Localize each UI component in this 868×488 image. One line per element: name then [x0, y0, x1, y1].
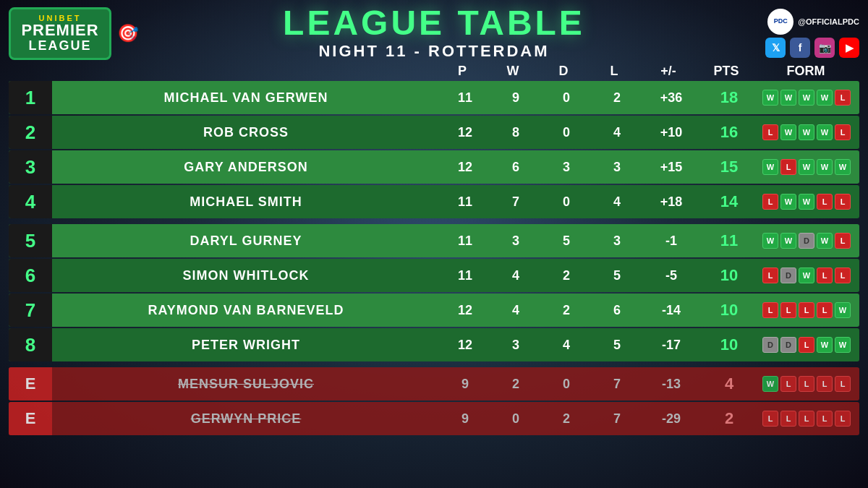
rank-cell: E [9, 367, 52, 401]
stat-diff: -1 [642, 234, 700, 249]
stat-diff: -13 [642, 377, 700, 392]
form-badge: L [817, 302, 833, 318]
stat-p: 12 [440, 303, 490, 318]
stat-w: 4 [490, 303, 541, 318]
stat-l: 3 [592, 160, 642, 175]
table-row: 3GARY ANDERSON12633+1515WLWWW [9, 150, 859, 184]
stat-p: 11 [440, 268, 490, 283]
table-row: 6SIMON WHITLOCK11425-510LDWLL [9, 259, 859, 292]
form-cell: LWWLL [758, 194, 859, 210]
stat-d: 0 [541, 194, 592, 210]
player-name: SIMON WHITLOCK [52, 268, 440, 283]
stat-l: 6 [592, 303, 642, 318]
form-badge: L [762, 124, 778, 140]
twitter-icon[interactable]: 𝕏 [765, 38, 786, 58]
rank-cell: 1 [9, 81, 52, 114]
form-badge: L [835, 233, 851, 249]
player-name: MICHAEL VAN GERWEN [52, 90, 440, 106]
player-name: MENSUR SULJOVIC [52, 377, 440, 392]
form-badge: W [835, 159, 851, 175]
form-badge: L [762, 267, 778, 283]
stat-w: 3 [490, 234, 541, 249]
stat-p: 9 [440, 411, 490, 427]
stat-p: 11 [440, 194, 490, 210]
rank-cell: 6 [9, 259, 52, 292]
stat-l: 2 [592, 90, 642, 106]
pts-cell: 16 [700, 123, 758, 142]
form-badge: L [780, 302, 796, 318]
stat-d: 5 [541, 234, 592, 249]
rank-cell: 3 [9, 150, 52, 184]
pts-cell: 10 [700, 335, 758, 354]
official-pdc-text: @OFFICIALPDC [798, 17, 859, 26]
stat-d: 2 [541, 268, 592, 283]
form-badge: L [817, 194, 833, 210]
form-badge: W [780, 124, 796, 140]
stat-p: 12 [440, 338, 490, 353]
form-badge: W [817, 90, 833, 106]
stat-l: 7 [592, 411, 642, 427]
stat-diff: -17 [642, 338, 700, 353]
form-cell: WLWWW [758, 159, 859, 175]
stat-l: 7 [592, 377, 642, 392]
rank-cell: 7 [9, 294, 52, 327]
stat-d: 2 [541, 303, 592, 318]
stat-diff: +10 [642, 125, 700, 140]
form-badge: L [835, 90, 851, 106]
table-row: 5DARYL GURNEY11353-111WWDWL [9, 224, 859, 257]
stat-p: 9 [440, 377, 490, 392]
table-row: EMENSUR SULJOVIC9207-134WLLLL [9, 367, 859, 401]
col-pts: PTS [697, 64, 755, 79]
form-badge: L [780, 159, 796, 175]
form-badge: W [762, 159, 778, 175]
form-badge: L [835, 411, 851, 427]
table-row: 2ROB CROSS12804+1016LWWWL [9, 116, 859, 149]
form-badge: L [762, 411, 778, 427]
stat-d: 4 [541, 338, 592, 353]
stat-diff: -5 [642, 268, 700, 283]
stat-d: 0 [541, 125, 592, 140]
stat-p: 11 [440, 234, 490, 249]
pts-cell: 18 [700, 88, 758, 107]
table-row: 8PETER WRIGHT12345-1710DDLWW [9, 328, 859, 361]
col-w: W [488, 64, 538, 79]
form-badge: W [780, 233, 796, 249]
league-text: LEAGUE [18, 38, 102, 53]
col-d: D [538, 64, 589, 79]
stat-d: 2 [541, 411, 592, 427]
facebook-icon[interactable]: f [790, 38, 810, 58]
col-rank [12, 64, 55, 79]
stat-l: 3 [592, 234, 642, 249]
form-badge: D [762, 337, 778, 353]
form-badge: W [817, 159, 833, 175]
form-badge: W [835, 302, 851, 318]
social-area: PDC @OFFICIALPDC 𝕏 f 📷 ▶ [729, 9, 859, 58]
stat-diff: -14 [642, 303, 700, 318]
form-badge: L [799, 411, 814, 427]
stat-l: 4 [592, 125, 642, 140]
col-name [55, 64, 437, 79]
player-name: PETER WRIGHT [52, 338, 440, 353]
form-badge: L [835, 376, 851, 392]
form-badge: W [817, 337, 833, 353]
rank-cell: 5 [9, 224, 52, 257]
youtube-icon[interactable]: ▶ [839, 38, 859, 58]
instagram-icon[interactable]: 📷 [814, 38, 835, 58]
stat-l: 4 [592, 194, 642, 210]
form-badge: W [835, 337, 851, 353]
stat-p: 12 [440, 160, 490, 175]
pts-cell: 10 [700, 266, 758, 285]
form-badge: W [799, 159, 814, 175]
stat-w: 0 [490, 411, 541, 427]
stat-p: 11 [440, 90, 490, 106]
form-badge: W [799, 194, 814, 210]
table-row: 1MICHAEL VAN GERWEN11902+3618WWWWL [9, 81, 859, 114]
stat-p: 12 [440, 125, 490, 140]
form-badge: W [799, 90, 814, 106]
stat-l: 5 [592, 338, 642, 353]
subtitle: NIGHT 11 - ROTTERDAM [139, 42, 729, 61]
rank-cell: 8 [9, 328, 52, 361]
league-table: 1MICHAEL VAN GERWEN11902+3618WWWWL2ROB C… [9, 81, 859, 435]
pts-cell: 11 [700, 231, 758, 250]
unibet-logo: UNIBET PREMIER LEAGUE [9, 7, 111, 60]
